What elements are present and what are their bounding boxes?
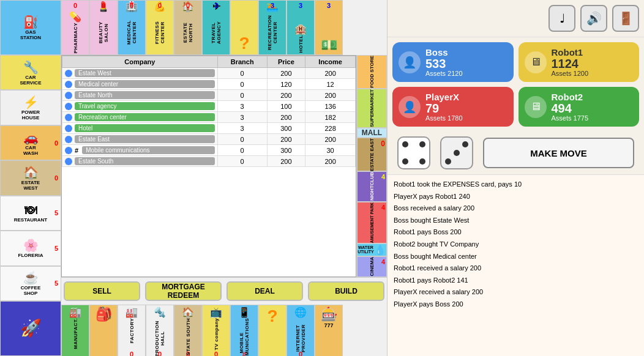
mall-label: MALL: [362, 128, 382, 137]
make-move-button[interactable]: MAKE MOVE: [483, 138, 634, 168]
sell-button[interactable]: SELL: [64, 281, 140, 301]
table-row[interactable]: Estate South 0 200 200: [62, 156, 356, 167]
music-button[interactable]: ♩: [549, 5, 575, 32]
water-icon: 💧: [374, 244, 386, 256]
company-name-cell: # Mobile communications: [62, 145, 218, 156]
company-dot: [65, 136, 72, 143]
company-price: 200: [267, 112, 305, 123]
company-price: 200: [267, 68, 305, 79]
corner-top-left: ⛽ GASSTATION: [0, 0, 61, 55]
mortgage-redeem-button[interactable]: MORTGAGE REDEEM: [145, 281, 222, 301]
log-entry: PlayerX received a salary 200: [394, 286, 638, 299]
restaurant-label: RESTAURANT: [14, 217, 48, 223]
supermarket-label: SUPERMARKET: [369, 89, 375, 127]
log-entry: PlayerX pays Robot1 240: [394, 191, 638, 203]
rocket-icon: 🚀: [20, 318, 42, 338]
company-name-cell: Medical center: [62, 79, 218, 90]
estate-west-icon: 🏠: [23, 165, 39, 180]
company-price: 200: [267, 90, 305, 101]
company-label: Medical center: [75, 80, 215, 88]
strip-water: WATERUTILITY 💧: [357, 243, 387, 256]
company-price: 200: [267, 134, 305, 145]
company-name-cell: Hotel: [62, 123, 218, 134]
col-branch: Branch: [217, 56, 267, 68]
robot2-money: 494: [552, 102, 589, 114]
table-row[interactable]: Medical center 0 120 12: [62, 79, 356, 90]
center-area: 0 💊 PHARMACY 0 💄 BEAUTY SALON 0 🏥 MEDICA…: [61, 0, 387, 356]
build-button[interactable]: BUILD: [308, 281, 384, 301]
casino-label: 777: [324, 322, 333, 328]
deal-button[interactable]: DEAL: [227, 281, 303, 301]
action-buttons: SELL MORTGAGE REDEEM DEAL BUILD: [61, 277, 387, 305]
log-entry: Boss received a salary 200: [394, 202, 638, 215]
estate-east-badge: 0: [381, 139, 385, 148]
company-income: 200: [305, 134, 356, 145]
table-row[interactable]: Travel agency 3 100 136: [62, 101, 356, 112]
estate-north-badge: 0: [186, 2, 190, 9]
sound-button[interactable]: 🔊: [580, 5, 607, 32]
robot1-name: Robot1: [552, 47, 589, 57]
table-row[interactable]: Estate West 0 200 200: [62, 68, 356, 79]
log-entry: Boss bought Estate West: [394, 215, 638, 227]
robot2-info: Robot2 494 Assets 1775: [552, 92, 589, 122]
company-table-wrapper: Company Branch Price Income Estate West …: [61, 55, 356, 277]
company-income: 228: [305, 123, 356, 134]
top-cell-travel: 3 ✈ TRAVEL AGENCY: [202, 0, 230, 55]
amusement-badge: 4: [381, 204, 385, 211]
cinema-badge: 4: [381, 258, 385, 265]
company-price: 120: [267, 79, 305, 90]
beauty-label: BEAUTY SALON: [98, 12, 109, 53]
company-price: 300: [267, 145, 305, 156]
company-branch: 0: [217, 156, 267, 167]
table-row[interactable]: Estate East 0 200 200: [62, 134, 356, 145]
internet-label: INTERNET PROVIDER: [295, 318, 306, 356]
bottom-cell-bag: 🎒: [89, 305, 118, 356]
factory-label: FACTORY: [129, 318, 135, 343]
medical-badge: 0: [130, 2, 133, 9]
manufact-label: MANUFACT.: [73, 318, 78, 349]
top-cell-hotel: 3 🏨 HOTEL: [286, 0, 315, 55]
bottom-cell-tv: 0 📺 TV company: [202, 305, 230, 356]
tv-badge: 0: [214, 350, 218, 356]
log-entry: Robot2 bought TV Company: [394, 239, 638, 251]
player-card-robot2: 🖥 Robot2 494 Assets 1775: [519, 87, 640, 127]
strip-mall: MALL: [357, 128, 387, 138]
boss-name: Boss: [425, 47, 463, 57]
company-dot: [65, 103, 72, 110]
table-row[interactable]: # Mobile communications 0 300 30: [62, 145, 356, 156]
left-cell-coffeeshop: ☕ COFFEESHOP 5: [0, 266, 61, 301]
water-label: WATERUTILITY: [358, 245, 373, 254]
bottom-cell-estate-south: 0 🏠 ESTATE SOUTH: [174, 305, 202, 356]
board-center: Company Branch Price Income Estate West …: [61, 55, 387, 277]
travel-label: TRAVEL AGENCY: [211, 12, 222, 53]
powerhouse-label: POWERHOUSE: [21, 109, 40, 121]
company-branch: 0: [217, 145, 267, 156]
company-income: 30: [305, 145, 356, 156]
strip-estate-east: ESTATE EAST 0: [357, 138, 387, 172]
table-row[interactable]: Estate North 0 200 200: [62, 90, 356, 101]
beauty-badge: 0: [102, 2, 105, 9]
table-row[interactable]: Recreation center 3 200 182: [62, 112, 356, 123]
bottom-cell-casino: 🎰 777: [315, 305, 343, 356]
floreria-badge: 5: [54, 245, 58, 252]
sound-icon: 🔊: [586, 11, 602, 26]
robot1-assets: Assets 1200: [552, 70, 589, 77]
company-income: 12: [305, 79, 356, 90]
restaurant-icon: 🍽: [24, 203, 37, 217]
exit-button[interactable]: 🚪: [612, 5, 639, 32]
log-entry: PlayerX pays Boss 200: [394, 299, 638, 311]
right-controls: ♩ 🔊 🚪: [388, 0, 644, 37]
carwash-label: CARWASH: [23, 145, 38, 156]
company-name-cell: Recreation center: [62, 112, 218, 123]
right-strip: FOOD STORE SUPERMARKET MALL ESTATE EAST …: [356, 55, 387, 277]
die-1: [397, 136, 430, 169]
estate-east-label: ESTATE EAST: [369, 138, 375, 171]
company-dot: [65, 125, 72, 132]
strip-food-store: FOOD STORE: [357, 55, 387, 89]
factory-icon: 🏭: [125, 306, 138, 318]
game-log: Robot1 took the EXPENSES card, pays 10Pl…: [388, 174, 644, 356]
company-name-cell: Estate West: [62, 68, 218, 79]
estate-south-label: ESTATE SOUTH: [185, 318, 191, 356]
casino-icon: 🎰: [321, 306, 337, 322]
table-row[interactable]: Hotel 3 300 228: [62, 123, 356, 134]
